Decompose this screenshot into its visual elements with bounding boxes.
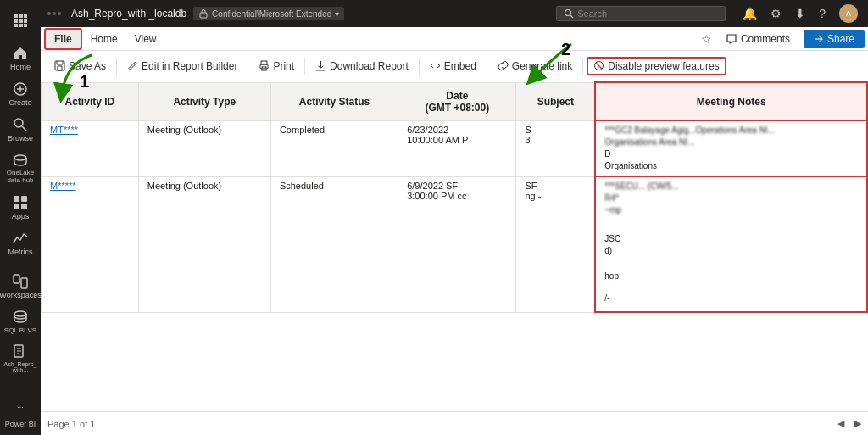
cell-activity-type-1: Meeting (Outlook) [138,120,270,176]
sidebar-item-apps[interactable]: Apps [0,190,41,226]
app-launcher[interactable] [0,0,41,41]
table-row: MT**** Meeting (Outlook) Completed 6/23/… [42,120,868,176]
sidebar-label-workspaces: Workspaces [0,291,42,299]
embed-label: Embed [444,60,476,72]
meeting-notes-text-2b: JSCd) [604,233,808,257]
account-button[interactable]: A [836,3,861,25]
search-box[interactable]: Search [556,6,726,21]
svg-rect-20 [21,278,27,288]
scrollbar-area[interactable]: ◀ ▶ [837,418,861,429]
svg-line-31 [134,64,136,65]
svg-line-13 [22,126,26,131]
share-button[interactable]: Share [804,30,865,48]
sidebar-powerbi-label: Power BI [5,420,36,428]
report-table: Activity ID Activity Type Activity Statu… [41,81,868,313]
cell-activity-id-2[interactable]: M***** [42,176,139,312]
notifications-button[interactable]: 🔔 [739,5,760,22]
titlebar: Ash_Repro_with _localdb Confidential\Mic… [41,0,868,27]
meeting-notes-text-1c: Organisations [604,160,808,172]
meeting-notes-text-1a: ***GC2 Balayage Agig...Operations Area N… [604,125,808,148]
activity-id-link-1[interactable]: MT**** [50,125,78,135]
statusbar: Page 1 of 1 ◀ ▶ [41,411,868,435]
print-button[interactable]: Print [252,57,301,75]
page-info: Page 1 of 1 [47,419,95,429]
share-label: Share [827,33,854,45]
svg-line-37 [596,63,602,69]
table-row: M***** Meeting (Outlook) Scheduled 6/9/2… [42,176,868,312]
settings-button[interactable]: ⚙ [767,5,785,22]
save-as-button[interactable]: Save As [47,57,113,75]
svg-rect-15 [14,196,19,202]
meeting-notes-text-2d: /- [604,293,808,304]
svg-rect-3 [14,19,18,23]
svg-rect-18 [21,204,27,209]
svg-rect-7 [19,24,23,27]
cell-subject-1: S3 [516,120,595,176]
sidebar-item-metrics[interactable]: Metrics [0,226,41,261]
cell-activity-status-2: Scheduled [270,176,398,312]
disable-preview-label: Disable preview features [608,60,719,72]
sidebar-item-home[interactable]: Home [0,41,41,76]
sidebar-item-onelake[interactable]: OneLakedata hub [0,148,41,190]
download-report-label: Download Report [330,60,409,72]
badge-text: Confidential\Microsoft Extended [212,9,331,19]
scroll-right-icon[interactable]: ▶ [854,418,861,429]
embed-button[interactable]: Embed [423,57,483,75]
sidebar-item-sqlbivs[interactable]: SQL BI VS [0,304,41,339]
svg-point-21 [14,311,26,316]
svg-rect-26 [200,13,207,18]
sidebar-item-more[interactable]: ··· [0,398,41,416]
sidebar-item-workspaces[interactable]: Workspaces [0,269,41,304]
svg-rect-2 [24,14,27,18]
download-button[interactable]: ⬇ [792,5,809,22]
file-title: Ash_Repro_with _localdb [71,8,186,20]
disable-preview-button[interactable]: Disable preview features [587,57,726,75]
svg-point-12 [14,119,23,127]
badge-chevron[interactable]: ▾ [335,9,339,19]
cell-date-1: 6/23/202210:00:00 AM P [398,120,516,176]
col-header-date: Date(GMT +08:00) [398,82,516,120]
menu-view[interactable]: View [126,30,165,48]
svg-rect-1 [19,14,23,18]
generate-link-button[interactable]: Generate link [491,57,579,75]
svg-rect-6 [14,24,18,27]
window-dots [47,12,61,15]
cell-activity-type-2: Meeting (Outlook) [138,176,270,312]
sidebar-label-create: Create [8,98,31,107]
help-button[interactable]: ? [815,5,829,22]
sidebar: Home Create Browse OneLakedata hub Apps … [0,0,41,435]
download-report-button[interactable]: Download Report [309,57,415,75]
sidebar-item-ashrepro[interactable]: Ash_Repro_with... [0,339,41,379]
activity-id-link-2[interactable]: M***** [50,181,76,191]
print-label: Print [273,60,294,72]
generate-link-label: Generate link [512,60,572,72]
meeting-notes-text-2c: hop [604,270,808,282]
svg-rect-16 [21,196,27,202]
cell-subject-2: SFng - [516,176,595,312]
bookmark-icon[interactable]: ☆ [701,32,712,46]
svg-rect-30 [58,66,62,70]
search-placeholder: Search [577,8,607,19]
svg-point-27 [565,10,571,16]
sidebar-item-create[interactable]: Create [0,76,41,112]
col-header-activity-status: Activity Status [270,82,398,120]
menu-home[interactable]: Home [82,30,126,48]
cell-activity-id-1[interactable]: MT**** [42,120,139,176]
edit-report-button[interactable]: Edit in Report Builder [120,57,244,75]
meeting-notes-text-1b: D [604,148,808,160]
meeting-notes-text-2a: ***SECU... (CW/5...R4*~mp [604,181,808,216]
col-header-subject: Subject [516,82,595,120]
sidebar-label-metrics: Metrics [8,248,33,256]
cell-date-2: 6/9/2022 SF3:00:00 PM cc [398,176,516,312]
cell-activity-status-1: Completed [270,120,398,176]
sidebar-label-home: Home [10,63,31,71]
edit-report-label: Edit in Report Builder [142,60,237,72]
menu-file[interactable]: File [44,28,82,50]
comments-button[interactable]: Comments [719,30,797,48]
sidebar-item-browse[interactable]: Browse [0,112,41,148]
svg-rect-32 [261,61,267,64]
scroll-left-icon[interactable]: ◀ [837,418,844,429]
sidebar-label-ashrepro: Ash_Repro_with... [4,361,37,374]
sidebar-label-sql: SQL BI VS [4,326,36,334]
titlebar-actions: 🔔 ⚙ ⬇ ? A [739,3,861,25]
